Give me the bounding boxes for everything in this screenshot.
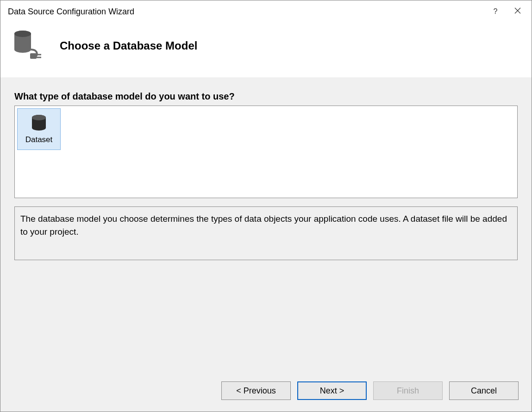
next-button[interactable]: Next > [297, 381, 367, 400]
svg-point-5 [14, 31, 31, 37]
svg-point-12 [32, 115, 46, 120]
database-plug-icon [11, 29, 47, 62]
svg-point-4 [14, 46, 31, 53]
svg-point-11 [32, 125, 46, 131]
help-icon: ? [494, 7, 498, 16]
window-title: Data Source Configuration Wizard [8, 7, 484, 17]
wizard-step-title: Choose a Database Model [60, 39, 197, 52]
database-icon [30, 114, 48, 133]
wizard-content: What type of database model do you want … [0, 77, 532, 370]
previous-button[interactable]: < Previous [221, 381, 291, 400]
wizard-window: Data Source Configuration Wizard ? Choos… [0, 0, 532, 412]
wizard-header: Choose a Database Model [0, 23, 532, 77]
model-item-label: Dataset [25, 135, 53, 144]
svg-rect-6 [30, 53, 37, 59]
model-item-dataset[interactable]: Dataset [17, 108, 61, 150]
titlebar: Data Source Configuration Wizard ? [0, 0, 532, 23]
cancel-button[interactable]: Cancel [449, 381, 519, 400]
finish-button[interactable]: Finish [373, 381, 443, 400]
close-icon [514, 7, 521, 16]
model-description: The database model you choose determines… [14, 206, 518, 260]
close-button[interactable] [507, 2, 529, 21]
help-button[interactable]: ? [484, 2, 507, 21]
prompt-label: What type of database model do you want … [14, 91, 518, 102]
model-type-list[interactable]: Dataset [14, 106, 518, 198]
wizard-footer: < Previous Next > Finish Cancel [0, 370, 532, 412]
